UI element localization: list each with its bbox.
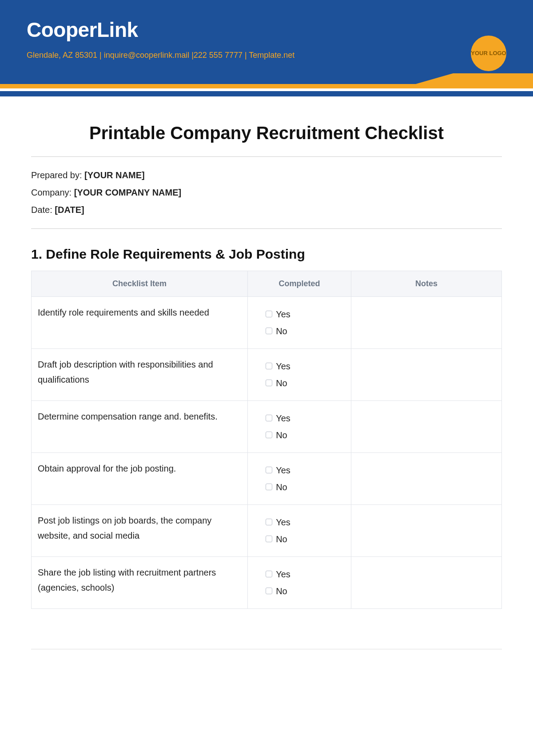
- section-heading: 1. Define Role Requirements & Job Postin…: [31, 247, 502, 262]
- checklist-item-text: Post job listings on job boards, the com…: [32, 505, 248, 557]
- header-accent-shape: [0, 73, 533, 84]
- meta-company: Company: [YOUR COMPANY NAME]: [31, 188, 502, 198]
- logo-placeholder: YOUR LOGO: [471, 36, 506, 71]
- contact-line: Glendale, AZ 85301 | inquire@cooperlink.…: [27, 51, 506, 60]
- checklist-notes-cell[interactable]: [351, 297, 502, 349]
- meta-company-value: [YOUR COMPANY NAME]: [74, 188, 181, 197]
- checklist-notes-cell[interactable]: [351, 557, 502, 609]
- checkbox-yes[interactable]: [266, 363, 272, 369]
- checkbox-no[interactable]: [266, 536, 272, 542]
- meta-date: Date: [DATE]: [31, 205, 502, 215]
- checklist-completed-cell: YesNo: [248, 401, 351, 453]
- checkbox-yes-row: Yes: [266, 307, 345, 322]
- checklist-table: Checklist Item Completed Notes Identify …: [31, 271, 502, 609]
- table-row: Draft job description with responsibilit…: [32, 349, 502, 401]
- checklist-item-text: Identify role requirements and skills ne…: [32, 297, 248, 349]
- checkbox-no[interactable]: [266, 380, 272, 386]
- checkbox-no[interactable]: [266, 588, 272, 594]
- checkbox-no[interactable]: [266, 432, 272, 438]
- checkbox-yes-row: Yes: [266, 463, 345, 478]
- meta-rule: [31, 228, 502, 229]
- checkbox-yes-row: Yes: [266, 411, 345, 426]
- checkbox-no[interactable]: [266, 328, 272, 334]
- col-header-completed: Completed: [248, 271, 351, 297]
- checklist-item-text: Obtain approval for the job posting.: [32, 453, 248, 505]
- checkbox-yes-row: Yes: [266, 567, 345, 582]
- checkbox-yes[interactable]: [266, 415, 272, 421]
- checklist-item-text: Determine compensation range and. benefi…: [32, 401, 248, 453]
- orange-divider: [0, 84, 533, 88]
- checkbox-no-row: No: [266, 532, 345, 547]
- checklist-completed-cell: YesNo: [248, 349, 351, 401]
- checkbox-no[interactable]: [266, 484, 272, 490]
- checkbox-yes[interactable]: [266, 519, 272, 525]
- meta-company-label: Company:: [31, 188, 74, 197]
- col-header-item: Checklist Item: [32, 271, 248, 297]
- blue-divider: [0, 91, 533, 96]
- checkbox-yes-row: Yes: [266, 359, 345, 374]
- checklist-notes-cell[interactable]: [351, 453, 502, 505]
- header-accent: [0, 73, 533, 84]
- table-row: Identify role requirements and skills ne…: [32, 297, 502, 349]
- meta-prepared-label: Prepared by:: [31, 170, 84, 180]
- document-header: CooperLink Glendale, AZ 85301 | inquire@…: [0, 0, 533, 73]
- checkbox-no-row: No: [266, 584, 345, 599]
- meta-date-value: [DATE]: [55, 205, 84, 215]
- table-row: Share the job listing with recruitment p…: [32, 557, 502, 609]
- title-rule: [31, 156, 502, 157]
- checklist-notes-cell[interactable]: [351, 401, 502, 453]
- checklist-completed-cell: YesNo: [248, 557, 351, 609]
- col-header-notes: Notes: [351, 271, 502, 297]
- document-content: Printable Company Recruitment Checklist …: [0, 96, 533, 627]
- meta-date-label: Date:: [31, 205, 55, 215]
- document-title: Printable Company Recruitment Checklist: [31, 123, 502, 143]
- checkbox-no-row: No: [266, 324, 345, 339]
- checkbox-no-row: No: [266, 480, 345, 495]
- checkbox-yes-row: Yes: [266, 515, 345, 530]
- checklist-completed-cell: YesNo: [248, 453, 351, 505]
- meta-prepared: Prepared by: [YOUR NAME]: [31, 170, 502, 180]
- brand-name: CooperLink: [27, 18, 506, 42]
- checklist-item-text: Share the job listing with recruitment p…: [32, 557, 248, 609]
- checkbox-yes[interactable]: [266, 467, 272, 473]
- checklist-completed-cell: YesNo: [248, 505, 351, 557]
- checkbox-yes[interactable]: [266, 571, 272, 577]
- checkbox-no-row: No: [266, 376, 345, 391]
- footer-rule: [31, 649, 502, 649]
- table-row: Obtain approval for the job posting.YesN…: [32, 453, 502, 505]
- checklist-notes-cell[interactable]: [351, 349, 502, 401]
- meta-prepared-value: [YOUR NAME]: [84, 170, 145, 180]
- checklist-completed-cell: YesNo: [248, 297, 351, 349]
- table-header-row: Checklist Item Completed Notes: [32, 271, 502, 297]
- table-row: Determine compensation range and. benefi…: [32, 401, 502, 453]
- checkbox-no-row: No: [266, 428, 345, 443]
- table-row: Post job listings on job boards, the com…: [32, 505, 502, 557]
- checkbox-yes[interactable]: [266, 311, 272, 317]
- checklist-item-text: Draft job description with responsibilit…: [32, 349, 248, 401]
- checklist-notes-cell[interactable]: [351, 505, 502, 557]
- logo-placeholder-text: YOUR LOGO: [471, 50, 506, 57]
